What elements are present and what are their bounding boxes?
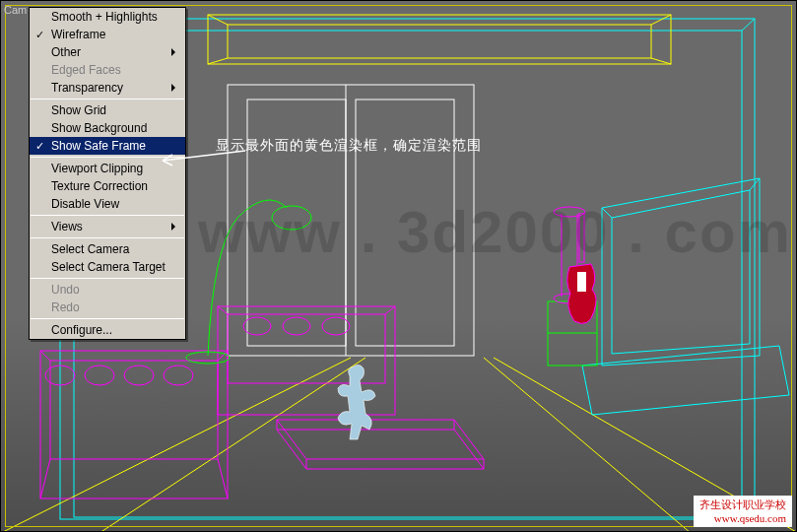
menu-show-background[interactable]: Show Background [30,119,185,137]
viewport-label: Cam [4,4,27,16]
menu-texture-correction[interactable]: Texture Correction [30,177,185,195]
menu-label: Smooth + Highlights [51,10,158,24]
menu-label: Edged Faces [51,63,121,77]
annotation-arrow-icon [157,149,255,168]
menu-wireframe[interactable]: ✓Wireframe [30,26,185,43]
menu-edged-faces[interactable]: Edged Faces [30,61,185,79]
menu-disable-view[interactable]: Disable View [30,195,185,213]
menu-redo[interactable]: Redo [30,299,185,316]
menu-label: Wireframe [51,28,105,41]
menu-configure[interactable]: Configure... [30,321,185,339]
menu-select-camera[interactable]: Select Camera [30,240,185,258]
viewport-context-menu: Smooth + Highlights ✓Wireframe Other Edg… [29,7,186,340]
check-icon: ✓ [35,29,44,41]
menu-label: Disable View [51,197,119,211]
menu-other[interactable]: Other [30,43,185,61]
menu-label: Redo [51,300,80,314]
menu-label: Show Safe Frame [51,139,146,153]
menu-separator [31,237,184,238]
menu-label: Undo [51,283,80,297]
menu-separator [31,99,184,100]
watermark-footer-line1: 齐生设计职业学校 [699,498,786,511]
menu-label: Configure... [51,323,112,337]
menu-separator [31,318,184,319]
menu-label: Select Camera Target [51,260,166,274]
menu-separator [31,278,184,279]
menu-label: Other [51,45,81,59]
watermark-footer: 齐生设计职业学校 www.qsedu.com [694,496,792,527]
menu-select-camera-target[interactable]: Select Camera Target [30,258,185,276]
svg-line-51 [163,151,245,161]
menu-label: Select Camera [51,242,129,256]
menu-show-grid[interactable]: Show Grid [30,101,185,119]
menu-separator [31,215,184,216]
menu-label: Texture Correction [51,179,148,193]
menu-label: Show Background [51,121,147,135]
menu-views[interactable]: Views [30,218,185,235]
menu-label: Show Grid [51,103,106,117]
check-icon: ✓ [35,140,44,153]
menu-transparency[interactable]: Transparency [30,79,185,97]
watermark-main: www . 3d2000 . com [198,198,792,266]
menu-label: Viewport Clipping [51,162,143,175]
svg-line-53 [163,161,172,166]
watermark-footer-line2: www.qsedu.com [699,511,786,525]
menu-smooth-highlights[interactable]: Smooth + Highlights [30,8,185,26]
menu-label: Views [51,220,83,233]
menu-label: Transparency [51,81,123,95]
annotation-text: 显示最外面的黄色渲染框，确定渲染范围 [216,137,482,155]
menu-undo[interactable]: Undo [30,281,185,299]
